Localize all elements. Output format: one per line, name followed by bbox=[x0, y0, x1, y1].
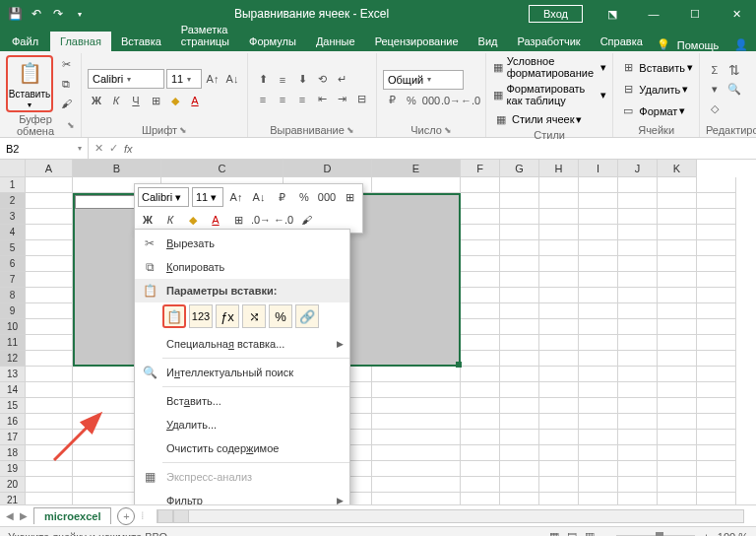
ctx-clear[interactable]: Очистить содержимое bbox=[135, 436, 349, 460]
tab-review[interactable]: Рецензирование bbox=[365, 32, 469, 51]
align-middle-icon[interactable]: ≡ bbox=[274, 71, 291, 89]
delete-cells-button[interactable]: ⊟Удалить▾ bbox=[619, 81, 693, 99]
wrap-text-icon[interactable]: ↵ bbox=[333, 71, 350, 89]
mt-increase-font-icon[interactable]: A↑ bbox=[226, 187, 246, 207]
decrease-font-icon[interactable]: A↓ bbox=[223, 70, 241, 88]
orientation-icon[interactable]: ⟲ bbox=[313, 71, 331, 89]
row-header[interactable]: 10 bbox=[0, 319, 26, 335]
tab-developer[interactable]: Разработчик bbox=[508, 32, 591, 51]
cut-icon[interactable]: ✂ bbox=[57, 55, 75, 73]
row-header[interactable]: 18 bbox=[0, 445, 26, 461]
format-cells-button[interactable]: ▭Формат▾ bbox=[619, 102, 693, 120]
new-sheet-icon[interactable]: + bbox=[117, 507, 135, 525]
tab-layout[interactable]: Разметка страницы bbox=[171, 20, 239, 51]
increase-indent-icon[interactable]: ⇥ bbox=[333, 91, 350, 108]
mt-comma-icon[interactable]: 000 bbox=[317, 187, 337, 207]
font-color-icon[interactable]: A bbox=[186, 92, 204, 109]
col-header[interactable]: C bbox=[161, 160, 284, 177]
redo-icon[interactable]: ↷ bbox=[49, 5, 67, 23]
row-header[interactable]: 7 bbox=[0, 272, 26, 288]
horizontal-scrollbar[interactable] bbox=[157, 509, 744, 523]
cell-styles-button[interactable]: ▦Стили ячеек▾ bbox=[492, 110, 606, 128]
col-header[interactable]: I bbox=[579, 160, 618, 177]
mt-decrease-font-icon[interactable]: A↓ bbox=[249, 187, 269, 207]
autosum-icon[interactable]: Σ bbox=[706, 61, 724, 79]
paste-transpose-icon[interactable]: ⤭ bbox=[242, 304, 266, 328]
increase-decimal-icon[interactable]: .0→ bbox=[442, 92, 460, 109]
paste-formatting-icon[interactable]: % bbox=[269, 304, 292, 328]
col-header[interactable]: K bbox=[658, 160, 697, 177]
row-header[interactable]: 15 bbox=[0, 398, 26, 414]
clear-icon[interactable]: ◇ bbox=[706, 100, 724, 118]
col-header[interactable]: A bbox=[26, 160, 73, 177]
mt-size-combo[interactable]: 11▾ bbox=[192, 187, 223, 207]
paste-button[interactable]: 📋 Вставить ▼ bbox=[6, 55, 53, 112]
currency-icon[interactable]: ₽ bbox=[383, 92, 401, 109]
fill-color-icon[interactable]: ◆ bbox=[166, 92, 184, 109]
mt-decimal1-icon[interactable]: .0→ bbox=[251, 210, 271, 230]
ctx-smart-lookup[interactable]: 🔍Интеллектуальный поиск bbox=[135, 361, 349, 384]
ctx-filter[interactable]: Фильтр▶ bbox=[135, 489, 349, 504]
undo-icon[interactable]: ↶ bbox=[28, 5, 45, 23]
decrease-indent-icon[interactable]: ⇤ bbox=[313, 91, 331, 108]
maximize-icon[interactable]: ☐ bbox=[675, 0, 715, 28]
save-icon[interactable]: 💾 bbox=[6, 5, 24, 23]
ctx-delete[interactable]: Удалить... bbox=[135, 413, 349, 436]
number-format-combo[interactable]: Общий▾ bbox=[383, 70, 464, 90]
tab-help[interactable]: Справка bbox=[591, 32, 653, 51]
row-header[interactable]: 17 bbox=[0, 430, 26, 445]
row-header[interactable]: 5 bbox=[0, 240, 26, 256]
bold-icon[interactable]: Ж bbox=[88, 92, 105, 109]
dialog-launcher-icon[interactable]: ⬊ bbox=[67, 120, 75, 130]
tell-me-button[interactable]: 💡 Помощь bbox=[653, 38, 727, 51]
align-top-icon[interactable]: ⬆ bbox=[254, 71, 272, 89]
mt-currency-icon[interactable]: ₽ bbox=[272, 187, 291, 207]
italic-icon[interactable]: К bbox=[107, 92, 125, 109]
cancel-icon[interactable]: ✕ bbox=[94, 142, 103, 155]
enter-icon[interactable]: ✓ bbox=[109, 142, 118, 155]
row-header[interactable]: 19 bbox=[0, 461, 26, 477]
dialog-launcher-icon[interactable]: ⬊ bbox=[179, 125, 187, 135]
ctx-copy[interactable]: ⧉Копировать bbox=[135, 255, 349, 279]
tab-data[interactable]: Данные bbox=[306, 32, 365, 51]
align-center-icon[interactable]: ≡ bbox=[274, 91, 291, 108]
zoom-in-icon[interactable]: + bbox=[703, 531, 709, 537]
decrease-decimal-icon[interactable]: ←.0 bbox=[462, 92, 479, 109]
col-header[interactable]: D bbox=[284, 160, 372, 177]
col-header[interactable]: H bbox=[539, 160, 579, 177]
row-header[interactable]: 14 bbox=[0, 382, 26, 398]
percent-icon[interactable]: % bbox=[403, 92, 420, 109]
zoom-out-icon[interactable]: − bbox=[602, 531, 608, 537]
row-header[interactable]: 3 bbox=[0, 209, 26, 225]
ctx-cut[interactable]: ✂Вырезать bbox=[135, 232, 349, 255]
row-header[interactable]: 1 bbox=[0, 177, 26, 193]
row-header[interactable]: 9 bbox=[0, 303, 26, 319]
conditional-format-button[interactable]: ▦Условное форматирование▾ bbox=[492, 55, 606, 79]
dialog-launcher-icon[interactable]: ⬊ bbox=[346, 125, 354, 135]
comma-icon[interactable]: 000 bbox=[422, 92, 440, 109]
paste-all-icon[interactable]: 📋 bbox=[162, 304, 186, 328]
row-header[interactable]: 2 bbox=[0, 193, 26, 209]
align-right-icon[interactable]: ≡ bbox=[293, 91, 311, 108]
mt-font-color-icon[interactable]: A bbox=[206, 210, 225, 230]
row-header[interactable]: 16 bbox=[0, 414, 26, 430]
sheet-tab[interactable]: microexcel bbox=[33, 507, 111, 524]
mt-decimal2-icon[interactable]: ←.0 bbox=[274, 210, 293, 230]
format-painter-icon[interactable]: 🖌 bbox=[57, 95, 75, 112]
zoom-level[interactable]: 100 % bbox=[718, 531, 748, 537]
qat-dropdown-icon[interactable]: ▾ bbox=[71, 5, 89, 23]
ctx-insert[interactable]: Вставить... bbox=[135, 389, 349, 413]
align-left-icon[interactable]: ≡ bbox=[254, 91, 272, 108]
paste-formulas-icon[interactable]: ƒx bbox=[216, 304, 239, 328]
format-as-table-button[interactable]: ▦Форматировать как таблицу▾ bbox=[492, 83, 606, 106]
mt-format-painter-icon[interactable]: 🖌 bbox=[296, 210, 316, 230]
increase-font-icon[interactable]: A↑ bbox=[204, 70, 221, 88]
mt-italic-icon[interactable]: К bbox=[160, 210, 180, 230]
worksheet-grid[interactable]: ABCDEFGHIJK 1234567891011121314151617181… bbox=[0, 160, 756, 504]
col-header[interactable]: G bbox=[500, 160, 539, 177]
tab-home[interactable]: Главная bbox=[50, 32, 111, 51]
mt-border2-icon[interactable]: ⊞ bbox=[228, 210, 248, 230]
view-layout-icon[interactable]: ▤ bbox=[567, 530, 577, 536]
row-header[interactable]: 4 bbox=[0, 225, 26, 240]
dialog-launcher-icon[interactable]: ⬊ bbox=[444, 125, 452, 135]
